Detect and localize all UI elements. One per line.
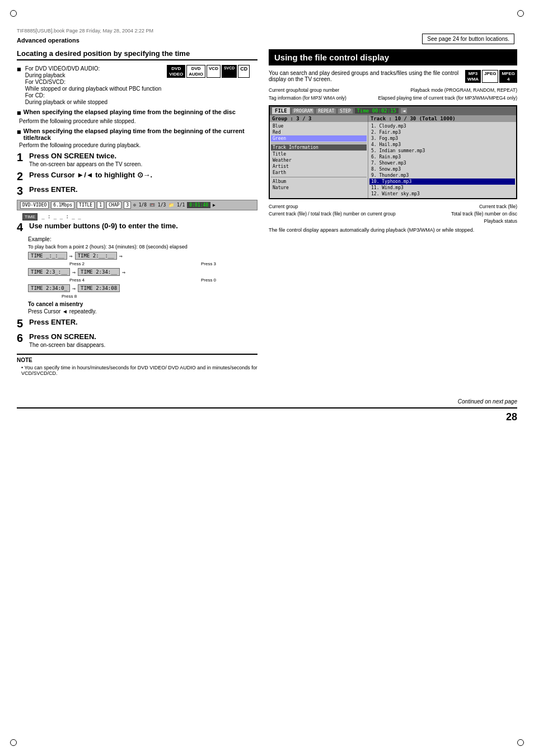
time-end-1: TIME 2:__:__ (75, 252, 117, 260)
bullet2-marker: ■ (17, 109, 21, 117)
step-1-title: Press ON SCREEN twice. (29, 152, 257, 160)
during-playback-stopped: During playback or while stopped (25, 99, 107, 105)
right-section-title: Using the file control display (269, 49, 517, 65)
note-box: NOTE • You can specify time in hours/min… (17, 354, 257, 376)
ann-bottom-right2: Total track (file) number on disc (451, 211, 517, 217)
file-control-display: FILE PROGRAM REPEAT STEP Time 00:02:15 ◄… (269, 105, 517, 199)
osd-chap-val: 3 (124, 201, 131, 209)
ann-bottom-left1: Current group (269, 204, 298, 209)
step-4: 4 Use number buttons (0-9) to enter the … (17, 222, 257, 233)
right-intro-row: You can search and play desired groups a… (269, 70, 517, 83)
note-text: • You can specify time in hours/minutes/… (21, 365, 257, 376)
osd-title-val: 1 (97, 201, 104, 209)
file-display-body: Blue Red Green Track Information Title W… (270, 122, 516, 198)
time-display: Time 00:02:15 (355, 108, 399, 114)
file-tab: FILE (272, 107, 290, 114)
page-bottom: Continued on next page 28 (17, 398, 517, 423)
arrow-1b: ⇒ (119, 253, 123, 259)
bullet2-row: ■ When specifying the elapsed playing ti… (17, 109, 257, 124)
track-11: 11. Wind.mp3 (369, 185, 515, 191)
step-6: 6 Press ON SCREEN. The on-screen bar dis… (17, 332, 257, 348)
osd-bitrate: 6.1Mbps (51, 201, 74, 209)
mode-program: PROGRAM (292, 109, 315, 114)
arrow-2: ⇒ (72, 269, 76, 275)
bullet1-content: For DVD VIDEO/DVD AUDIO: During playback… (25, 65, 250, 105)
time-start-3: TIME 2:34:0_ (28, 284, 70, 292)
time-start-2: TIME 2:3_:__ (28, 268, 70, 276)
item-weather: Weather (271, 157, 367, 163)
item-artist: Artist (271, 163, 367, 170)
step-1-num: 1 (17, 152, 26, 163)
ann-bottom-row2: Current track (file) / total track (file… (269, 211, 517, 217)
press-4-label: Press 4 (69, 278, 85, 283)
bullet2-body: Perform the following procedure while st… (19, 118, 257, 124)
arrow-2b: ⇒ (122, 269, 125, 275)
osd-chap-label: CHAP (106, 201, 121, 209)
bullet2-label: When specifying the elapsed playing time… (24, 109, 236, 115)
bullet2-content: When specifying the elapsed playing time… (24, 109, 236, 115)
badge-jpeg: JPEG (482, 70, 498, 83)
page-info-line: TIF8885[USUB].book Page 28 Friday, May 2… (17, 28, 517, 34)
step-3: 3 Press ENTER. (17, 185, 257, 196)
time-end-3: TIME 2:34:08 (78, 284, 120, 292)
note-title: NOTE (17, 357, 257, 363)
ann-bottom-left2: Current track (file) / total track (file… (269, 211, 396, 217)
left-column: Locating a desired position by specifyin… (17, 49, 257, 376)
time-entry-rows: TIME _:_:__ ⇒ TIME 2:__:__ ⇒ Press 2 Pre… (28, 252, 257, 299)
step-3-title: Press ENTER. (29, 185, 257, 194)
item-green: Green (271, 135, 367, 142)
track-8: 8. Snow.mp3 (369, 166, 515, 172)
track-3: 3. Fog.mp3 (369, 135, 515, 142)
step-4-num: 4 (17, 222, 26, 233)
step-6-content: Press ON SCREEN. The on-screen bar disap… (29, 332, 257, 348)
file-subheader: Group : 3 / 3 Track : 10 / 30 (Total 100… (270, 115, 516, 122)
step-2-num: 2 (17, 171, 26, 182)
page-container: TIF8885[USUB].book Page 28 Friday, May 2… (0, 0, 534, 756)
ann-mid-left: Tag information (for MP3/ WMA only) (269, 95, 346, 101)
track-info-header: Track Information (271, 144, 367, 151)
bullet3-body: Perform the following procedure during p… (19, 142, 257, 148)
track-5: 5. Indian summer.mp3 (369, 148, 515, 154)
during-playback: During playback (25, 72, 65, 78)
step-5: 5 Press ENTER. (17, 318, 257, 329)
step-5-title: Press ENTER. (29, 318, 257, 326)
step-5-num: 5 (17, 318, 26, 329)
for-vcd-svcd: For VCD/SVCD: (25, 79, 65, 85)
time-end-2: TIME 2:34:__ (78, 268, 120, 276)
step-3-content: Press ENTER. (29, 185, 257, 194)
item-album: Album (271, 179, 367, 185)
press-8-label: Press 8 (62, 294, 77, 299)
bullet3-marker: ■ (17, 128, 21, 136)
ann-bottom-right1: Current track (file) (479, 204, 517, 209)
press-3-label: Press 3 (201, 261, 216, 266)
right-format-badges: MP3WMA JPEG MPEG4 (465, 70, 517, 83)
osd-title-label: TITLE (77, 201, 95, 209)
see-page-note: See page 24 for button locations. (422, 34, 514, 44)
step-4-content: Use number buttons (0-9) to enter the ti… (29, 222, 257, 230)
osd-time-label: TIME (22, 213, 38, 220)
press-row-1: Press 2 Press 3 (28, 261, 257, 266)
ann-top-right: Playback mode (PROGRAM, RANDOM, REPEAT) (410, 87, 517, 93)
two-col-layout: Locating a desired position by specifyin… (17, 49, 517, 376)
corner-mark-tr (517, 10, 524, 17)
osd-time-val: 0:01:40 (187, 202, 210, 208)
step-5-content: Press ENTER. (29, 318, 257, 326)
page-number: 28 (17, 407, 517, 423)
step-1-content: Press ON SCREEN twice. The on-screen bar… (29, 152, 257, 167)
mode-step: STEP (338, 109, 352, 114)
step-3-num: 3 (17, 185, 26, 196)
right-intro-text: You can search and play desired groups a… (269, 70, 462, 82)
step-1: 1 Press ON SCREEN twice. The on-screen b… (17, 152, 257, 167)
track-7: 7. Shower.mp3 (369, 160, 515, 166)
step-1-desc: The on-screen bar appears on the TV scre… (29, 161, 257, 167)
track-12: 12. Winter sky.mp3 (369, 191, 515, 197)
bullet3-row: ■ When specifying the elapsed playing ti… (17, 128, 257, 148)
file-right-panel: 1. Cloudy.mp3 2. Fair.mp3 3. Fog.mp3 4. … (368, 122, 516, 198)
time-row-3: TIME 2:34:0_ ⇒ TIME 2:34:08 (28, 284, 257, 292)
step-6-num: 6 (17, 332, 26, 344)
badge-dvd-audio: DVDAUDIO (186, 65, 205, 78)
item-blue: Blue (271, 123, 367, 129)
track-6: 6. Rain.mp3 (369, 154, 515, 160)
group-header: Group : 3 / 3 (270, 115, 368, 122)
badge-cd: CD (238, 65, 250, 78)
